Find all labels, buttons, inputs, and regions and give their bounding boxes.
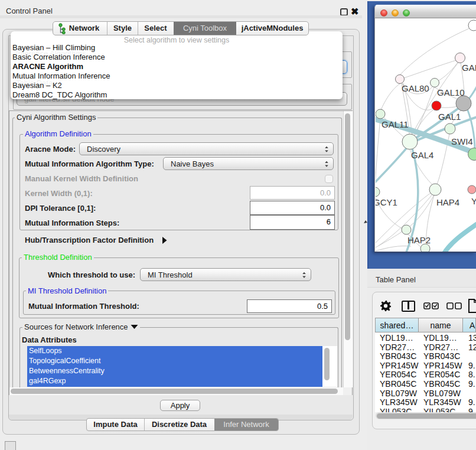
svg-text:GAL2: GAL2 <box>462 63 476 73</box>
svg-text:GAL1: GAL1 <box>438 112 461 122</box>
svg-text:GCY1: GCY1 <box>376 197 397 207</box>
svg-text:GAL10: GAL10 <box>437 87 465 97</box>
svg-text:GAL11: GAL11 <box>382 119 409 129</box>
svg-text:HAP2: HAP2 <box>407 235 431 245</box>
svg-text:SWI4: SWI4 <box>451 136 473 146</box>
svg-text:GAL80: GAL80 <box>402 83 429 93</box>
svg-text:GAL4: GAL4 <box>411 150 433 160</box>
svg-text:Y: Y <box>471 196 476 206</box>
svg-text:HAP4: HAP4 <box>436 197 459 207</box>
